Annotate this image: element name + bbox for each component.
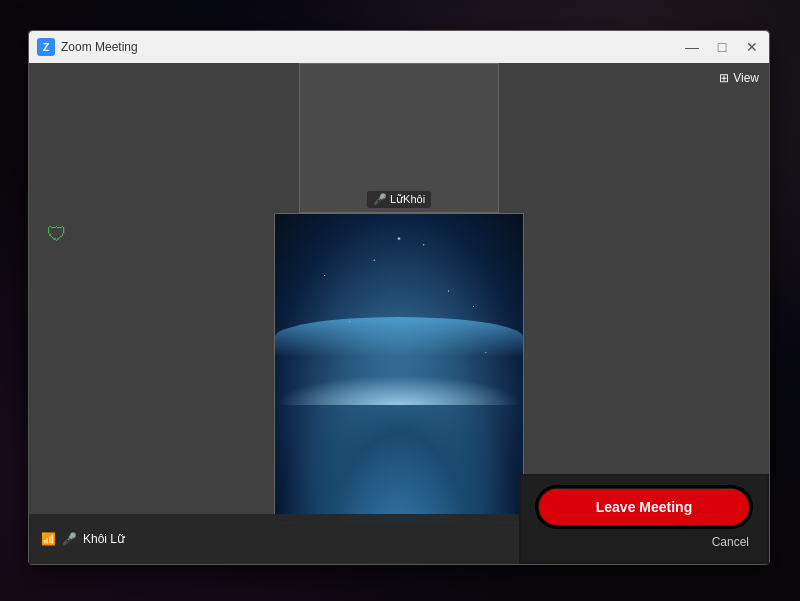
view-button[interactable]: ⊞ View [719,71,759,85]
leave-meeting-button[interactable]: Leave Meeting [539,489,749,525]
zoom-window: Z Zoom Meeting — □ ✕ ⊞ View 🎤 LữKhôi 🛡 [28,30,770,565]
minimize-button[interactable]: — [683,38,701,56]
local-participant-name: Khôi Lữ [83,532,125,546]
maximize-button[interactable]: □ [713,38,731,56]
window-title: Zoom Meeting [61,40,683,54]
small-video-tile: 🎤 LữKhôi [299,63,499,213]
zoom-app-icon: Z [37,38,55,56]
view-grid-icon: ⊞ [719,71,729,85]
participant-info: 📶 🎤 Khôi Lữ [41,532,125,546]
small-tile-participant-name: 🎤 LữKhôi [367,191,431,208]
cancel-button[interactable]: Cancel [531,535,757,549]
mic-muted-icon: 🎤 [62,532,77,546]
title-bar: Z Zoom Meeting — □ ✕ [29,31,769,63]
signal-strength-icon: 📶 [41,532,56,546]
earth-visual [275,337,523,522]
main-tile-background [275,214,523,522]
main-video-tile [274,213,524,523]
leave-panel: Leave Meeting Cancel [519,474,769,564]
meeting-content: ⊞ View 🎤 LữKhôi 🛡 📶 🎤 Khôi Lữ [29,63,769,564]
window-controls: — □ ✕ [683,38,761,56]
view-label: View [733,71,759,85]
close-button[interactable]: ✕ [743,38,761,56]
shield-icon: 🛡 [47,223,67,246]
